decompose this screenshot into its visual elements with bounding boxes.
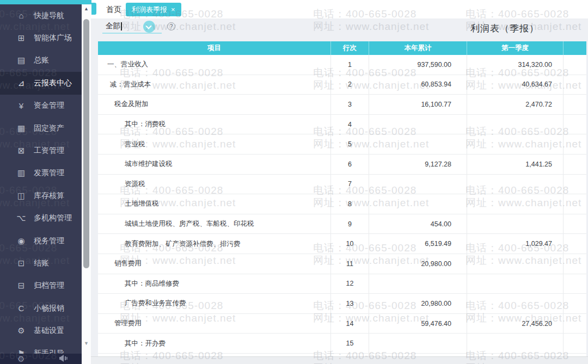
cell-q1-amount bbox=[467, 134, 564, 154]
cell-ytd-amount: 60,853.94 bbox=[369, 75, 467, 95]
sidebar-item-multi-org[interactable]: ⌥多机构管理 bbox=[0, 207, 82, 230]
footer-gear-icon[interactable]: ⚙ bbox=[17, 354, 24, 364]
sidebar-item-label: 固定资产 bbox=[34, 124, 64, 133]
cell-filler bbox=[564, 194, 586, 214]
table-body: 一、营业收入1937,590.00314,320.00减：营业成本260,853… bbox=[98, 55, 586, 356]
cell-line-number: 7 bbox=[331, 175, 369, 194]
cell-line-number: 14 bbox=[331, 314, 369, 334]
sidebar-item-fixed-assets[interactable]: ▦固定资产 bbox=[0, 117, 82, 139]
sidebar-item-general-ledger[interactable]: ▤总账 bbox=[0, 50, 82, 72]
tab-scroll-sliver[interactable] bbox=[91, 3, 96, 15]
horizontal-scrollbar-track[interactable] bbox=[91, 356, 588, 364]
table-row: 其中：商品维修费12 bbox=[98, 274, 586, 294]
sidebar-item-invoice-management[interactable]: ▥发票管理 bbox=[0, 162, 82, 184]
sidebar-item-quick-nav[interactable]: ⌂快捷导航 bbox=[0, 4, 82, 27]
speaker-icon[interactable] bbox=[59, 354, 68, 364]
table-row: 销售费用1120,980.00 bbox=[98, 254, 586, 274]
sidebar-item-cloud-report-center[interactable]: ⊿云报表中心 bbox=[0, 72, 82, 94]
scroll-down-icon[interactable]: ▼ bbox=[82, 341, 91, 346]
cell-q1-amount bbox=[467, 214, 564, 234]
chevron-down-icon bbox=[145, 23, 151, 29]
sidebar-item-label: 快捷导航 bbox=[34, 11, 64, 21]
column-header: 第一季度 bbox=[467, 41, 564, 55]
cell-item: 减：营业成本 bbox=[98, 75, 331, 95]
scrollbar-thumb[interactable] bbox=[83, 19, 89, 268]
sidebar-item-label: 归档管理 bbox=[34, 281, 64, 291]
column-header-filler bbox=[564, 41, 586, 55]
help-icon[interactable]: ? bbox=[167, 22, 175, 30]
sidebar-item-label: 结账 bbox=[34, 258, 49, 268]
sidebar-item-agent-plaza[interactable]: ⊞智能体广场 bbox=[0, 27, 82, 49]
table-row: 教育费附加、矿产资源补偿费、排污费106,519.491,029.47 bbox=[98, 234, 586, 254]
table-row: 税金及附加316,100.772,470.72 bbox=[98, 95, 586, 115]
cell-item: 其中：商品维修费 bbox=[98, 274, 331, 294]
cell-filler bbox=[564, 334, 586, 353]
sidebar-scrollbar: ▲ ▼ bbox=[82, 0, 91, 364]
cell-q1-amount bbox=[467, 115, 564, 134]
tab-profit-statement-quarterly[interactable]: 利润表季报 × bbox=[126, 3, 181, 16]
cell-item: 税金及附加 bbox=[98, 95, 331, 114]
cell-ytd-amount bbox=[369, 175, 467, 194]
cell-item: 其中：开办费 bbox=[98, 334, 331, 353]
text-cursor bbox=[121, 22, 122, 30]
sidebar-item-payroll[interactable]: ⊠工资管理 bbox=[0, 139, 82, 162]
cell-line-number: 15 bbox=[331, 334, 369, 353]
cell-item: 城市维护建设税 bbox=[98, 155, 331, 174]
sidebar-item-basic-settings[interactable]: ⚙基础设置 bbox=[0, 319, 82, 342]
cell-filler bbox=[564, 294, 586, 313]
main-content: 首页 利润表季报 × 全部 ? 利润表（季报） 项目行次本年累计第一季度 一、营… bbox=[91, 0, 588, 364]
cell-q1-amount: 2,470.72 bbox=[467, 95, 564, 114]
sidebar-item-closing[interactable]: ⊡结账 bbox=[0, 252, 82, 274]
cell-item: 销售费用 bbox=[98, 254, 331, 274]
cell-ytd-amount: 9,127.28 bbox=[369, 155, 467, 174]
cell-q1-amount bbox=[467, 294, 564, 313]
cell-ytd-amount: 937,590.00 bbox=[369, 55, 467, 75]
cell-ytd-amount: 6,519.49 bbox=[369, 234, 467, 254]
sidebar-item-tax-management[interactable]: ◉税务管理 bbox=[0, 230, 82, 252]
cell-line-number: 2 bbox=[331, 75, 369, 95]
cell-line-number: 11 bbox=[331, 254, 369, 274]
cell-filler bbox=[564, 314, 586, 334]
sidebar-item-label: 智能体广场 bbox=[34, 33, 72, 43]
cell-item: 土地增值税 bbox=[98, 194, 331, 214]
sidebar-item-label: 工资管理 bbox=[34, 146, 64, 156]
sidebar-item-funds-management[interactable]: ¥资金管理 bbox=[0, 95, 82, 117]
tab-label: 利润表季报 bbox=[132, 5, 167, 15]
sidebar-item-label: 基础设置 bbox=[34, 326, 64, 336]
sidebar-item-xiaochang-expense[interactable]: C小畅报销 bbox=[0, 297, 82, 319]
tab-bar: 首页 利润表季报 × bbox=[91, 0, 588, 18]
money-bag-icon: ¥ bbox=[16, 101, 27, 110]
sidebar-item-inventory[interactable]: ◫库存核算 bbox=[0, 184, 82, 207]
sidebar-item-archive-management[interactable]: ⊟归档管理 bbox=[0, 275, 82, 297]
tab-home[interactable]: 首页 bbox=[100, 3, 128, 16]
cell-filler bbox=[564, 155, 586, 174]
cell-q1-amount: 40,634.67 bbox=[467, 75, 564, 95]
table-row: 广告费和业务宣传费1320,980.00 bbox=[98, 294, 586, 314]
archive-icon: ⊟ bbox=[16, 281, 27, 291]
sidebar-top-accent-bar bbox=[0, 0, 91, 4]
sidebar-item-label: 总账 bbox=[34, 55, 49, 65]
cell-item: 管理费用 bbox=[98, 314, 331, 334]
cell-ytd-amount bbox=[369, 194, 467, 214]
table-row: 减：营业成本260,853.9440,634.67 bbox=[98, 75, 586, 95]
tax-stamp-icon: ◉ bbox=[16, 236, 27, 246]
close-icon[interactable]: × bbox=[171, 5, 175, 14]
cell-filler bbox=[564, 274, 586, 294]
payroll-icon: ⊠ bbox=[16, 146, 27, 156]
cell-item: 营业税 bbox=[98, 134, 331, 154]
cell-q1-amount: 314,320.00 bbox=[467, 55, 564, 75]
dropdown-chevron-button[interactable] bbox=[143, 21, 155, 33]
sidebar-item-label: 云报表中心 bbox=[34, 78, 72, 88]
cell-q1-amount: 27,456.20 bbox=[467, 314, 564, 334]
cell-line-number: 1 bbox=[331, 55, 369, 75]
scroll-up-icon[interactable]: ▲ bbox=[82, 6, 91, 11]
table-row: 一、营业收入1937,590.00314,320.00 bbox=[98, 55, 586, 75]
cell-filler bbox=[564, 254, 586, 274]
sidebar-item-beginner-guide[interactable]: ⚑新手引导 bbox=[0, 342, 82, 354]
home-icon: ⌂ bbox=[16, 11, 27, 20]
cell-ytd-amount bbox=[369, 274, 467, 294]
gear-icon: ⚙ bbox=[16, 326, 27, 336]
sidebar-item-label: 发票管理 bbox=[34, 168, 64, 178]
table-row: 管理费用1459,476.4027,456.20 bbox=[98, 314, 586, 334]
cell-line-number: 8 bbox=[331, 194, 369, 214]
